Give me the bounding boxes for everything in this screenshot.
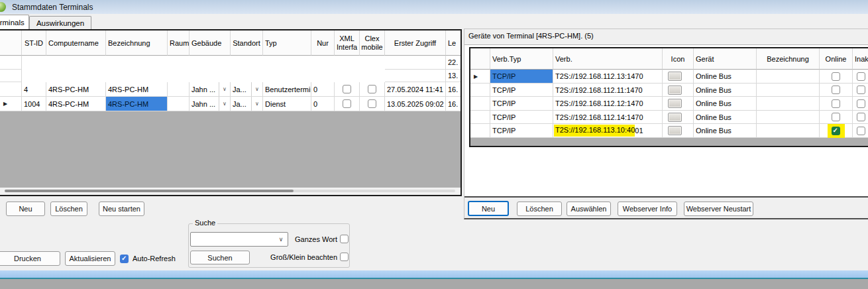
cell-st-id[interactable]: 1004 — [22, 97, 46, 111]
col-header-icon[interactable]: Icon — [663, 48, 694, 70]
row-selector-cell[interactable] — [0, 56, 22, 70]
chevron-down-icon[interactable]: ∨ — [251, 82, 262, 96]
cell-bezeichnung[interactable] — [757, 111, 820, 124]
online-checkbox[interactable] — [832, 113, 840, 121]
drucken-button[interactable]: Drucken — [0, 251, 60, 266]
col-header-bezeichnung[interactable]: Bezeichnung — [106, 30, 168, 56]
table-row[interactable]: 4 4RS-PC-HM 4RS-PC-HM Jahn ... ∨ Ja... ∨… — [0, 82, 461, 97]
cell-letzter[interactable]: 16. — [446, 97, 461, 111]
inaktiv-checkbox[interactable] — [857, 127, 865, 135]
col-header-letzter[interactable]: Le — [446, 30, 461, 56]
device-icon-button[interactable] — [668, 99, 682, 108]
cell-standort-combo[interactable]: Ja... ∨ — [231, 97, 263, 111]
checkbox-clex-mobile[interactable] — [368, 85, 376, 93]
col-header-computername[interactable]: Computername — [46, 30, 106, 56]
cell-geraet[interactable]: Online Bus — [694, 111, 757, 124]
online-checkbox[interactable] — [832, 127, 840, 135]
cell-nur[interactable]: 0 — [311, 97, 335, 111]
cell-geraet[interactable]: Online Bus — [694, 97, 757, 111]
col-header-xml-interface[interactable]: XML Interfa — [335, 30, 360, 56]
col-header-verb-typ[interactable]: Verb.Typ — [490, 48, 553, 70]
neu-button[interactable]: Neu — [6, 202, 45, 216]
cell-letzter[interactable]: 16. — [446, 82, 461, 97]
device-icon-button[interactable] — [668, 72, 682, 81]
inaktiv-checkbox[interactable] — [857, 86, 865, 94]
col-header-verb[interactable]: Verb. — [553, 48, 663, 70]
cell-st-id[interactable]: 4 — [22, 82, 46, 97]
col-header-erster-zugriff[interactable]: Erster Zugriff — [385, 30, 446, 56]
cell-geraet[interactable]: Online Bus — [694, 124, 757, 138]
suche-combobox[interactable]: ∨ — [190, 232, 288, 247]
inaktiv-checkbox[interactable] — [857, 72, 865, 81]
suchen-button[interactable]: Suchen — [190, 251, 250, 264]
gross-klein-checkbox[interactable] — [340, 253, 349, 261]
geraete-loeschen-button[interactable]: Löschen — [517, 202, 562, 216]
col-header-raum[interactable]: Raum — [168, 30, 190, 56]
cell-computername[interactable]: 4RS-PC-HM — [46, 82, 106, 97]
cell-verb-typ[interactable]: TCP/IP — [490, 84, 553, 97]
table-row[interactable]: TCP/IP T2S://192.168.112.12:1470 Online … — [470, 97, 868, 111]
col-header-online[interactable]: Online — [820, 48, 853, 70]
row-selector-cell[interactable] — [470, 111, 490, 124]
col-header-gebaeude[interactable]: Gebäude — [190, 30, 231, 56]
checkbox-clex-mobile[interactable] — [368, 99, 376, 108]
tab-terminals[interactable]: erminals — [0, 15, 29, 29]
aktualisieren-button[interactable]: Aktualisieren — [65, 251, 115, 266]
col-header-inaktiv[interactable]: Inakti — [853, 48, 868, 70]
cell-verb-typ[interactable]: TCP/IP — [490, 111, 553, 124]
ganzes-wort-checkbox[interactable] — [340, 235, 349, 243]
cell-raum[interactable] — [168, 97, 190, 111]
cell-geraet[interactable]: Online Bus — [694, 84, 757, 97]
row-selector-cell[interactable] — [470, 124, 490, 138]
checkbox-xml-interface[interactable] — [343, 85, 351, 93]
cell-raum[interactable] — [168, 82, 190, 97]
cell-bezeichnung[interactable] — [757, 97, 820, 111]
table-row[interactable]: TCP/IP T2S://192.168.113.10:4001 Online … — [470, 124, 868, 138]
inaktiv-checkbox[interactable] — [857, 99, 865, 108]
cell-verb-highlighted[interactable]: T2S://192.168.113.10:4001 — [553, 124, 663, 138]
cell-verb[interactable]: T2S://192.168.112.14:1470 — [553, 111, 663, 124]
scrollbar-thumb[interactable] — [5, 190, 294, 192]
cell-letzter[interactable]: 22. — [446, 56, 461, 70]
cell-bezeichnung[interactable] — [757, 70, 820, 84]
cell-verb-typ[interactable]: TCP/IP — [490, 124, 553, 138]
row-selector-cell[interactable]: ▶ — [470, 70, 490, 84]
cell-bezeichnung[interactable] — [757, 124, 820, 138]
col-header-selector[interactable] — [0, 30, 22, 56]
cell-standort-combo[interactable]: Ja... ∨ — [231, 82, 263, 97]
cell-verb[interactable]: T2S://192.168.112.11:1470 — [553, 84, 663, 97]
col-header-clex-mobile[interactable]: Clex mobile — [360, 30, 385, 56]
geraete-neu-button[interactable]: Neu — [468, 201, 509, 216]
cell-typ[interactable]: Benutzerterminal — [263, 82, 311, 97]
cell-verb-typ[interactable]: TCP/IP — [490, 97, 553, 111]
loeschen-button[interactable]: Löschen — [50, 202, 87, 216]
cell-verb[interactable]: T2S://192.168.112.13:1470 — [553, 70, 663, 84]
online-checkbox[interactable] — [832, 99, 840, 108]
col-header-geraet[interactable]: Gerät — [694, 48, 757, 70]
cell-computername[interactable]: 4RS-PC-HM — [46, 97, 106, 111]
cell-typ[interactable]: Dienst — [263, 97, 311, 111]
table-row[interactable]: ▶ TCP/IP T2S://192.168.112.13:1470 Onlin… — [470, 70, 868, 84]
online-checkbox[interactable] — [832, 72, 840, 81]
chevron-down-icon[interactable]: ∨ — [251, 97, 262, 111]
table-row[interactable]: 13. — [0, 70, 461, 82]
col-header-standort[interactable]: Standort — [231, 30, 263, 56]
horizontal-scrollbar[interactable] — [0, 188, 461, 195]
table-row[interactable]: 22. — [0, 56, 461, 70]
table-row[interactable]: ▶ 1004 4RS-PC-HM 4RS-PC-HM Jahn ... ∨ Ja… — [0, 97, 461, 111]
cell-gebaeude-combo[interactable]: Jahn ... ∨ — [190, 97, 231, 111]
webserver-neustart-button[interactable]: Webserver Neustart — [684, 202, 753, 216]
tab-auswirkungen[interactable]: Auswirkungen — [29, 16, 91, 29]
cell-erster-zugriff[interactable]: 13.05.2025 09:02 — [385, 97, 446, 111]
cell-verb[interactable]: T2S://192.168.112.12:1470 — [553, 97, 663, 111]
checkbox-xml-interface[interactable] — [343, 99, 351, 108]
row-selector-cell[interactable] — [0, 82, 22, 97]
neu-starten-button[interactable]: Neu starten — [99, 202, 144, 216]
row-selector-cell[interactable] — [470, 84, 490, 97]
table-row[interactable]: TCP/IP T2S://192.168.112.11:1470 Online … — [470, 84, 868, 97]
col-header-st-id[interactable]: ST-ID — [22, 30, 46, 56]
col-header-nur[interactable]: Nur — [311, 30, 335, 56]
table-row[interactable]: TCP/IP T2S://192.168.112.14:1470 Online … — [470, 111, 868, 124]
row-selector-cell[interactable] — [0, 70, 22, 82]
row-selector-cell[interactable] — [470, 97, 490, 111]
